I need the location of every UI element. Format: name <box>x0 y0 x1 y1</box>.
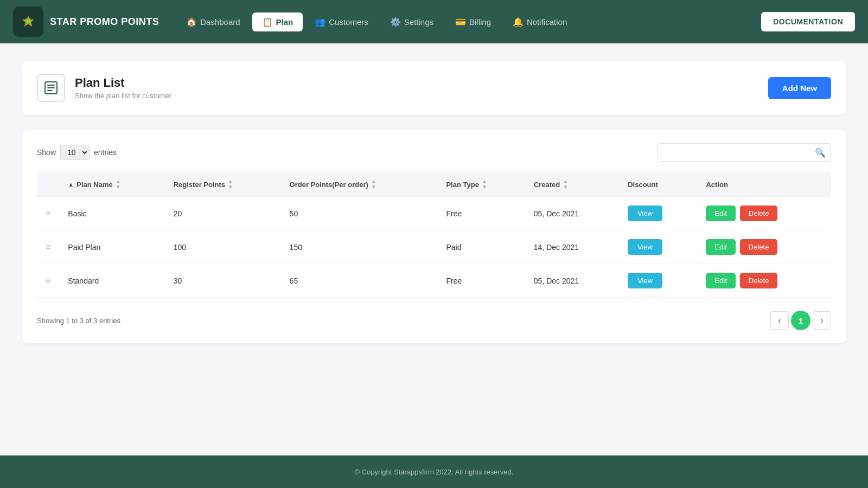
customers-icon: 👥 <box>315 17 326 27</box>
next-page-button[interactable]: › <box>813 311 831 330</box>
nav-customers[interactable]: 👥 Customers <box>305 12 378 31</box>
page-header-left: Plan List Show the plan list for custome… <box>37 74 171 102</box>
cell-order-points: 65 <box>281 264 438 298</box>
main-content: Plan List Show the plan list for custome… <box>0 43 868 455</box>
cell-action: Edit Delete <box>697 230 831 264</box>
nav-billing[interactable]: 💳 Billing <box>445 12 501 31</box>
th-action: Action <box>697 172 831 197</box>
cell-discount: View <box>619 264 697 298</box>
logo-area: STAR PROMO POINTS <box>13 7 159 37</box>
table-footer: Showing 1 to 3 of 3 entries ‹ 1 › <box>37 311 831 330</box>
app-title: STAR PROMO POINTS <box>50 16 159 28</box>
nav-settings[interactable]: ⚙️ Settings <box>380 12 443 31</box>
nav-dashboard[interactable]: 🏠 Dashboard <box>176 12 250 31</box>
cell-plan-name: Standard <box>59 264 164 298</box>
search-box: 🔍 <box>658 143 831 162</box>
delete-button[interactable]: Delete <box>740 239 778 255</box>
page-subtitle: Show the plan list for customer <box>75 92 171 100</box>
page-title-area: Plan List Show the plan list for custome… <box>75 76 171 100</box>
cell-plan-name: Basic <box>59 197 164 230</box>
cell-register-points: 20 <box>165 197 281 230</box>
delete-button[interactable]: Delete <box>740 206 778 221</box>
table-card: Show 10 25 50 entries 🔍 <box>22 130 846 343</box>
logo-icon <box>13 7 43 37</box>
main-nav: 🏠 Dashboard 📋 Plan 👥 Customers ⚙️ Settin… <box>176 12 761 31</box>
table-row: ≡ Basic 20 50 Free 05, Dec 2021 View Edi… <box>37 197 831 230</box>
show-entries: Show 10 25 50 entries <box>37 145 117 160</box>
cell-plan-type: Free <box>437 197 525 230</box>
cell-action: Edit Delete <box>697 264 831 298</box>
entries-select[interactable]: 10 25 50 <box>60 145 90 160</box>
cell-register-points: 100 <box>165 230 281 264</box>
page-header-card: Plan List Show the plan list for custome… <box>22 61 846 115</box>
cell-plan-type: Paid <box>437 230 525 264</box>
entries-label: entries <box>94 148 117 157</box>
delete-button[interactable]: Delete <box>740 273 778 288</box>
svg-rect-4 <box>47 87 55 88</box>
settings-icon: ⚙️ <box>390 17 401 27</box>
plan-table: ▲ Plan Name ▲▼ Register Points ▲▼ <box>37 172 831 298</box>
cell-created: 05, Dec 2021 <box>525 264 619 298</box>
row-menu-icon: ≡ <box>37 197 59 230</box>
search-icon: 🔍 <box>815 147 826 158</box>
view-button[interactable]: View <box>628 273 662 288</box>
page-title: Plan List <box>75 76 171 90</box>
table-head: ▲ Plan Name ▲▼ Register Points ▲▼ <box>37 172 831 197</box>
table-body: ≡ Basic 20 50 Free 05, Dec 2021 View Edi… <box>37 197 831 298</box>
cell-plan-type: Free <box>437 264 525 298</box>
th-plan-name[interactable]: ▲ Plan Name ▲▼ <box>59 172 164 197</box>
cell-discount: View <box>619 197 697 230</box>
table-controls: Show 10 25 50 entries 🔍 <box>37 143 831 162</box>
billing-icon: 💳 <box>455 17 466 27</box>
th-created[interactable]: Created ▲▼ <box>525 172 619 197</box>
table-row: ≡ Paid Plan 100 150 Paid 14, Dec 2021 Vi… <box>37 230 831 264</box>
row-menu-icon: ≡ <box>37 230 59 264</box>
header: STAR PROMO POINTS 🏠 Dashboard 📋 Plan 👥 C… <box>0 0 868 43</box>
nav-plan[interactable]: 📋 Plan <box>252 12 303 31</box>
cell-discount: View <box>619 230 697 264</box>
cell-order-points: 50 <box>281 197 438 230</box>
svg-rect-5 <box>47 90 53 91</box>
page-icon <box>37 74 65 102</box>
show-label: Show <box>37 148 56 157</box>
add-new-button[interactable]: Add New <box>768 77 831 99</box>
edit-button[interactable]: Edit <box>706 239 735 255</box>
th-row-icon <box>37 172 59 197</box>
nav-notification[interactable]: 🔔 Notification <box>503 12 577 31</box>
pagination: ‹ 1 › <box>770 311 831 330</box>
cell-created: 05, Dec 2021 <box>525 197 619 230</box>
th-order-points[interactable]: Order Points(Per order) ▲▼ <box>281 172 438 197</box>
entries-info: Showing 1 to 3 of 3 entries <box>37 317 120 325</box>
th-discount: Discount <box>619 172 697 197</box>
th-plan-type[interactable]: Plan Type ▲▼ <box>437 172 525 197</box>
footer: © Copyright Starappsfirm 2022. All right… <box>0 455 868 488</box>
cell-plan-name: Paid Plan <box>59 230 164 264</box>
dashboard-icon: 🏠 <box>186 17 197 27</box>
edit-button[interactable]: Edit <box>706 206 735 221</box>
edit-button[interactable]: Edit <box>706 273 735 288</box>
th-register-points[interactable]: Register Points ▲▼ <box>165 172 281 197</box>
cell-order-points: 150 <box>281 230 438 264</box>
view-button[interactable]: View <box>628 239 662 255</box>
svg-rect-3 <box>47 85 55 86</box>
row-menu-icon: ≡ <box>37 264 59 298</box>
prev-page-button[interactable]: ‹ <box>770 311 789 330</box>
notification-icon: 🔔 <box>513 17 524 27</box>
plan-icon: 📋 <box>262 17 273 27</box>
documentation-button[interactable]: DOCUMENTATION <box>761 12 855 31</box>
table-row: ≡ Standard 30 65 Free 05, Dec 2021 View … <box>37 264 831 298</box>
cell-action: Edit Delete <box>697 197 831 230</box>
current-page[interactable]: 1 <box>791 311 810 330</box>
footer-text: © Copyright Starappsfirm 2022. All right… <box>355 468 514 476</box>
view-button[interactable]: View <box>628 206 662 221</box>
search-input[interactable] <box>658 143 831 162</box>
cell-register-points: 30 <box>165 264 281 298</box>
cell-created: 14, Dec 2021 <box>525 230 619 264</box>
